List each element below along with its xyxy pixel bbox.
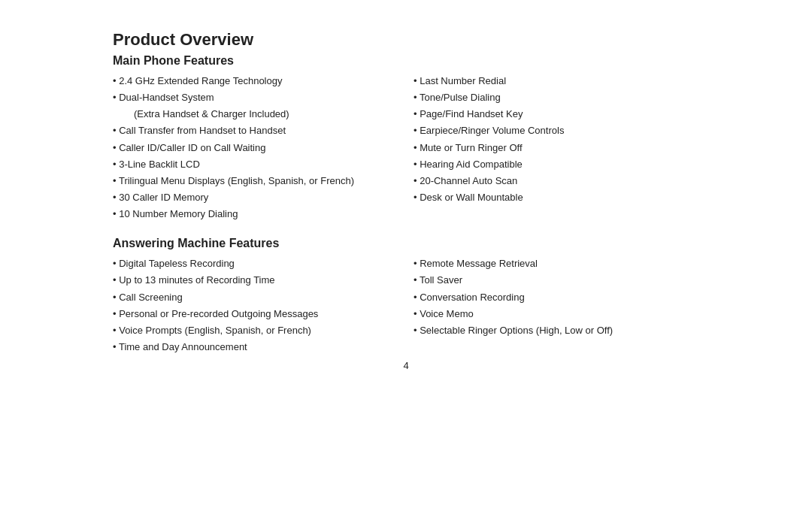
main-phone-right-column: Last Number Redial Tone/Pulse Dialing Pa… [414, 74, 699, 223]
list-item: Voice Prompts (English, Spanish, or Fren… [113, 323, 398, 338]
list-item: Hearing Aid Compatible [414, 157, 699, 172]
list-item: Call Transfer from Handset to Handset [113, 123, 398, 138]
list-item: Time and Day Announcement [113, 340, 398, 355]
page-container: Product Overview Main Phone Features 2.4… [98, 0, 714, 386]
answering-machine-right-list: Remote Message Retrieval Toll Saver Conv… [414, 256, 699, 338]
page-number: 4 [403, 360, 408, 371]
main-phone-left-list: 2.4 GHz Extended Range Technology Dual-H… [113, 74, 398, 222]
main-phone-right-list: Last Number Redial Tone/Pulse Dialing Pa… [414, 74, 699, 205]
list-item: Toll Saver [414, 273, 699, 288]
answering-machine-section-title: Answering Machine Features [113, 237, 699, 250]
list-item: Trilingual Menu Displays (English, Spani… [113, 174, 398, 189]
list-item: Selectable Ringer Options (High, Low or … [414, 323, 699, 338]
page-title: Product Overview [113, 30, 699, 50]
list-item: 2.4 GHz Extended Range Technology [113, 74, 398, 89]
list-item: Remote Message Retrieval [414, 256, 699, 271]
list-item: Earpiece/Ringer Volume Controls [414, 123, 699, 138]
list-item: 30 Caller ID Memory [113, 190, 398, 205]
list-item: Digital Tapeless Recording [113, 256, 398, 271]
list-item: Dual-Handset System [113, 90, 398, 105]
answering-machine-right-column: Remote Message Retrieval Toll Saver Conv… [414, 256, 699, 356]
list-item: Tone/Pulse Dialing [414, 90, 699, 105]
list-item: Caller ID/Caller ID on Call Waiting [113, 141, 398, 156]
list-item: Call Screening [113, 290, 398, 305]
list-item: (Extra Handset & Charger Included) [113, 107, 398, 122]
list-item: 3-Line Backlit LCD [113, 157, 398, 172]
list-item: Desk or Wall Mountable [414, 190, 699, 205]
list-item: Conversation Recording [414, 290, 699, 305]
list-item: 20-Channel Auto Scan [414, 174, 699, 189]
list-item: Voice Memo [414, 307, 699, 322]
main-phone-section-title: Main Phone Features [113, 54, 699, 68]
list-item: Up to 13 minutes of Recording Time [113, 273, 398, 288]
answering-machine-left-list: Digital Tapeless Recording Up to 13 minu… [113, 256, 398, 355]
answering-machine-section: Answering Machine Features Digital Tapel… [113, 237, 699, 356]
answering-machine-left-column: Digital Tapeless Recording Up to 13 minu… [113, 256, 398, 356]
list-item: 10 Number Memory Dialing [113, 207, 398, 222]
main-phone-left-column: 2.4 GHz Extended Range Technology Dual-H… [113, 74, 398, 223]
answering-machine-columns: Digital Tapeless Recording Up to 13 minu… [113, 256, 699, 356]
list-item: Page/Find Handset Key [414, 107, 699, 122]
main-phone-columns: 2.4 GHz Extended Range Technology Dual-H… [113, 74, 699, 223]
list-item: Personal or Pre-recorded Outgoing Messag… [113, 307, 398, 322]
list-item: Last Number Redial [414, 74, 699, 89]
list-item: Mute or Turn Ringer Off [414, 141, 699, 156]
